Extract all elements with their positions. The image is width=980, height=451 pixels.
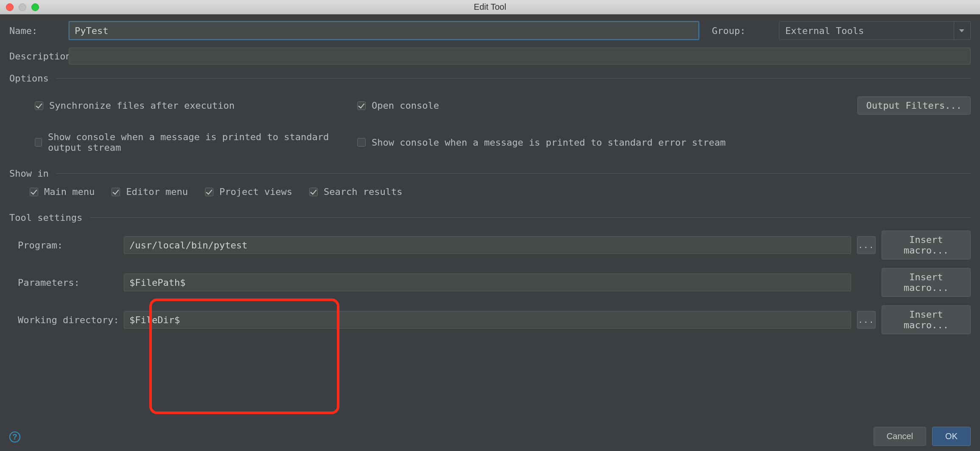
check-icon bbox=[112, 188, 120, 196]
checkbox-icon bbox=[35, 138, 42, 147]
checkbox-open-console[interactable]: Open console bbox=[357, 100, 849, 111]
dialog-footer: ? Cancel OK bbox=[0, 421, 980, 451]
checkbox-search-results[interactable]: Search results bbox=[309, 186, 402, 197]
output-filters-button[interactable]: Output Filters... bbox=[857, 96, 971, 115]
working-directory-input[interactable] bbox=[124, 311, 851, 329]
name-label: Name: bbox=[9, 25, 69, 36]
cancel-button[interactable]: Cancel bbox=[874, 427, 926, 446]
section-show-in-heading: Show in bbox=[9, 168, 49, 179]
section-tool-settings-heading: Tool settings bbox=[9, 212, 82, 223]
description-input[interactable] bbox=[69, 48, 971, 65]
ok-button[interactable]: OK bbox=[932, 427, 971, 446]
checkbox-project-views[interactable]: Project views bbox=[205, 186, 292, 197]
help-button[interactable]: ? bbox=[9, 431, 20, 443]
checkbox-icon bbox=[357, 138, 366, 147]
minimize-icon[interactable] bbox=[19, 3, 26, 11]
insert-macro-program-button[interactable]: Insert macro... bbox=[882, 231, 971, 259]
check-icon bbox=[309, 188, 318, 196]
divider bbox=[56, 173, 971, 174]
divider bbox=[90, 217, 971, 218]
check-icon bbox=[205, 188, 213, 196]
checkbox-stdout[interactable]: Show console when a message is printed t… bbox=[35, 132, 349, 153]
parameters-input[interactable] bbox=[124, 273, 851, 291]
titlebar: Edit Tool bbox=[0, 0, 980, 14]
check-icon bbox=[35, 101, 43, 110]
checkbox-label: Editor menu bbox=[126, 186, 188, 197]
program-label: Program: bbox=[18, 240, 118, 251]
section-options: Options bbox=[9, 73, 971, 84]
parameters-label: Parameters: bbox=[18, 277, 118, 288]
check-icon bbox=[357, 101, 366, 110]
browse-program-button[interactable]: ... bbox=[857, 236, 876, 254]
checkbox-editor-menu[interactable]: Editor menu bbox=[112, 186, 188, 197]
section-tool-settings: Tool settings bbox=[9, 212, 971, 223]
description-label: Description: bbox=[9, 51, 69, 62]
checkbox-main-menu[interactable]: Main menu bbox=[30, 186, 95, 197]
checkbox-stderr[interactable]: Show console when a message is printed t… bbox=[357, 137, 971, 148]
chevron-down-icon bbox=[954, 22, 964, 39]
checkbox-label: Show console when a message is printed t… bbox=[372, 137, 725, 148]
group-dropdown-value: External Tools bbox=[785, 25, 864, 36]
name-input[interactable] bbox=[69, 21, 699, 40]
program-input[interactable] bbox=[124, 236, 851, 254]
checkbox-label: Open console bbox=[372, 100, 439, 111]
maximize-icon[interactable] bbox=[31, 3, 39, 11]
insert-macro-parameters-button[interactable]: Insert macro... bbox=[882, 268, 971, 297]
working-directory-label: Working directory: bbox=[18, 315, 118, 325]
window-controls bbox=[6, 3, 39, 11]
checkbox-label: Project views bbox=[219, 186, 292, 197]
checkbox-label: Synchronize files after execution bbox=[49, 100, 235, 111]
check-icon bbox=[30, 188, 38, 196]
browse-workdir-button[interactable]: ... bbox=[857, 311, 876, 329]
insert-macro-workdir-button[interactable]: Insert macro... bbox=[882, 305, 971, 334]
close-icon[interactable] bbox=[6, 3, 14, 11]
group-dropdown[interactable]: External Tools bbox=[779, 21, 971, 40]
checkbox-label: Show console when a message is printed t… bbox=[48, 132, 349, 153]
checkbox-label: Search results bbox=[324, 186, 402, 197]
divider bbox=[56, 78, 971, 79]
window-title: Edit Tool bbox=[474, 2, 506, 12]
group-label: Group: bbox=[712, 25, 771, 36]
checkbox-sync-files[interactable]: Synchronize files after execution bbox=[35, 100, 349, 111]
section-options-heading: Options bbox=[9, 73, 49, 84]
section-show-in: Show in bbox=[9, 168, 971, 179]
checkbox-label: Main menu bbox=[44, 186, 95, 197]
